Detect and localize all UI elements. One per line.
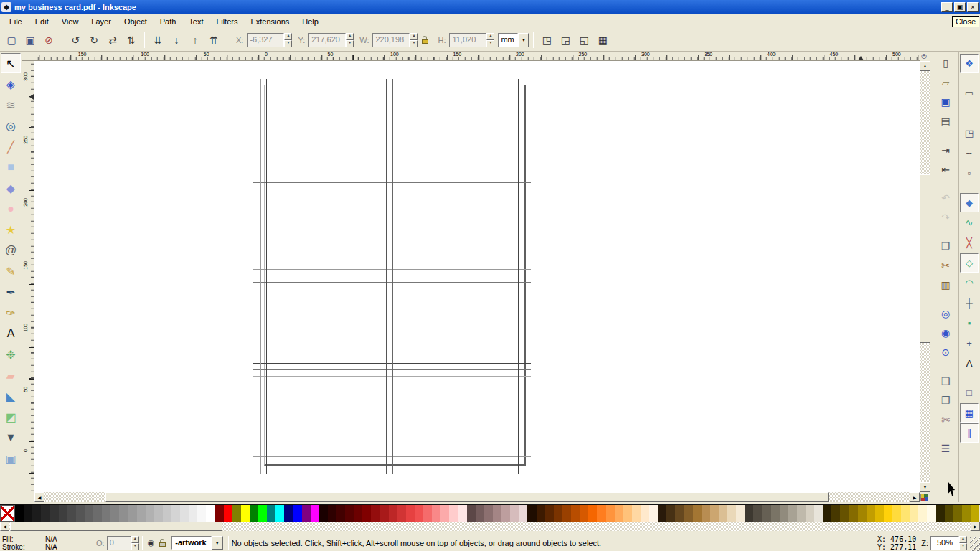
x-field[interactable]: -6,327▲▼ (247, 33, 292, 47)
lock-ratio-icon[interactable] (422, 36, 429, 44)
color-swatch[interactable] (849, 505, 858, 522)
snap-guides-toggle[interactable]: ∥ (960, 423, 979, 443)
snap-object-centers-toggle[interactable]: ▪ (960, 314, 979, 333)
color-swatch[interactable] (423, 505, 432, 522)
color-swatch[interactable] (527, 505, 536, 522)
menu-extensions[interactable]: Extensions (244, 15, 296, 28)
xml-editor-button[interactable]: ☰ (936, 439, 955, 458)
color-swatch[interactable] (823, 505, 831, 522)
vertical-ruler[interactable]: 300250200150100500 (22, 61, 34, 492)
color-swatch[interactable] (901, 505, 910, 522)
enable-snapping-toggle[interactable]: ❖ (960, 54, 979, 73)
snap-cusp-nodes-toggle[interactable]: ◇ (960, 253, 979, 273)
color-swatch[interactable] (458, 505, 467, 522)
color-swatch[interactable] (345, 505, 354, 522)
color-swatch[interactable] (753, 505, 762, 522)
color-swatch[interactable] (50, 505, 58, 522)
zoom-spinner[interactable]: ▲▼ (959, 536, 967, 550)
snap-line-midpoints-toggle[interactable]: ┼ (960, 293, 979, 313)
color-swatch[interactable] (493, 505, 501, 522)
select-all-button[interactable]: ▢ (3, 32, 20, 49)
rotate-ccw-button[interactable]: ↺ (67, 32, 84, 49)
snap-page-border-toggle[interactable]: □ (960, 383, 979, 402)
raise-button[interactable]: ↑ (187, 32, 204, 49)
redo-button[interactable]: ↷ (936, 208, 955, 227)
w-field[interactable]: 220,198▲▼ (372, 33, 418, 47)
color-swatch[interactable] (110, 505, 119, 522)
y-spinner[interactable]: ▲▼ (346, 33, 354, 47)
vertical-scrollbar[interactable]: ▲ ▼ (920, 61, 930, 492)
tweak-tool[interactable]: ≋ (1, 95, 21, 115)
color-swatch[interactable] (267, 505, 275, 522)
palette-scrollbar-thumb[interactable] (10, 522, 222, 531)
snap-text-baseline-toggle[interactable]: A (960, 354, 979, 373)
snap-bbox-corners-toggle[interactable]: ◳ (960, 123, 979, 143)
color-swatch[interactable] (597, 505, 606, 522)
chevron-down-icon[interactable]: ▼ (518, 33, 529, 47)
new-document-button[interactable]: ▯ (936, 54, 955, 72)
color-swatch[interactable] (389, 505, 397, 522)
color-swatch[interactable] (397, 505, 406, 522)
color-swatch[interactable] (797, 505, 806, 522)
color-swatch[interactable] (41, 505, 50, 522)
connector-tool[interactable]: ▣ (1, 448, 21, 468)
deselect-button[interactable]: ⊘ (40, 32, 57, 49)
color-swatch[interactable] (580, 505, 588, 522)
color-swatch[interactable] (371, 505, 380, 522)
color-swatch[interactable] (258, 505, 267, 522)
color-swatch[interactable] (128, 505, 136, 522)
color-swatch[interactable] (510, 505, 519, 522)
color-managed-view-icon[interactable] (920, 494, 928, 501)
color-swatch[interactable] (224, 505, 232, 522)
color-swatch[interactable] (840, 505, 849, 522)
spin-up-icon[interactable]: ▲ (131, 536, 139, 543)
create-clone-button[interactable]: ❒ (936, 391, 955, 410)
spin-down-icon[interactable]: ▼ (131, 543, 139, 550)
color-swatch[interactable] (380, 505, 389, 522)
layer-select[interactable]: -artwork ▼ (171, 536, 222, 550)
spin-down-icon[interactable]: ▼ (410, 40, 418, 47)
horizontal-ruler[interactable]: -150-100-5005010015020025030035040045050… (34, 52, 920, 61)
color-swatch[interactable] (328, 505, 336, 522)
h-field[interactable]: 11,020▲▼ (449, 33, 494, 47)
color-swatch[interactable] (649, 505, 658, 522)
menu-file[interactable]: File (3, 15, 29, 28)
color-swatch[interactable] (936, 505, 945, 522)
menu-help[interactable]: Help (296, 15, 325, 28)
color-swatch[interactable] (275, 505, 284, 522)
horizontal-scrollbar-thumb[interactable] (105, 492, 829, 502)
vertical-scrollbar-thumb[interactable] (920, 174, 930, 343)
color-swatch[interactable] (119, 505, 128, 522)
snap-grids-toggle[interactable]: ▦ (960, 403, 979, 423)
scroll-right-button[interactable]: ▶ (910, 492, 920, 502)
scale-stroke-toggle[interactable]: ◳ (538, 32, 555, 49)
spin-down-icon[interactable]: ▼ (486, 40, 494, 47)
spin-up-icon[interactable]: ▲ (346, 33, 354, 40)
color-swatch[interactable] (154, 505, 163, 522)
spin-down-icon[interactable]: ▼ (959, 543, 967, 550)
scroll-up-button[interactable]: ▲ (920, 61, 930, 71)
unit-select[interactable]: mm▼ (498, 33, 529, 47)
sticky-zoom-icon[interactable]: ◎ (921, 52, 930, 61)
zoom-selection-button[interactable]: ◎ (936, 304, 955, 323)
color-swatch[interactable] (606, 505, 614, 522)
spin-up-icon[interactable]: ▲ (284, 33, 292, 40)
scale-gradients-toggle[interactable]: ◱ (575, 32, 593, 49)
snap-nodes-toggle[interactable]: ◆ (960, 193, 979, 212)
color-swatch[interactable] (875, 505, 884, 522)
pencil-tool[interactable]: ✎ (1, 261, 21, 281)
color-swatch[interactable] (206, 505, 215, 522)
color-swatch[interactable] (858, 505, 867, 522)
layer-lock-icon[interactable] (159, 539, 166, 547)
y-field[interactable]: 217,620▲▼ (308, 33, 354, 47)
gradient-tool[interactable]: ◩ (1, 407, 21, 427)
menu-edit[interactable]: Edit (29, 15, 55, 28)
ellipse-tool[interactable]: ● (1, 199, 21, 219)
calligraphy-tool[interactable]: ✑ (1, 303, 21, 323)
node-tool[interactable]: ◈ (1, 74, 21, 94)
spin-up-icon[interactable]: ▲ (959, 536, 967, 543)
flip-vertical-button[interactable]: ⇅ (123, 32, 140, 49)
spin-down-icon[interactable]: ▼ (284, 40, 292, 47)
color-swatch[interactable] (284, 505, 293, 522)
color-swatch[interactable] (102, 505, 110, 522)
